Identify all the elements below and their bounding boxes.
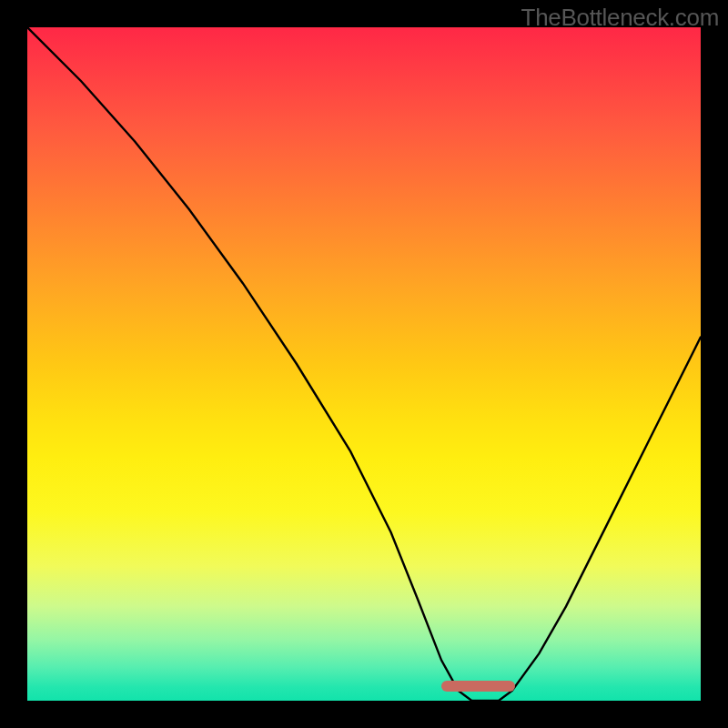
plot-area	[27, 27, 701, 701]
optimal-range-marker	[441, 681, 515, 692]
curve-layer	[27, 27, 701, 701]
bottleneck-curve	[27, 27, 701, 701]
watermark-text: TheBottleneck.com	[521, 4, 719, 32]
chart-container: TheBottleneck.com	[0, 0, 728, 728]
